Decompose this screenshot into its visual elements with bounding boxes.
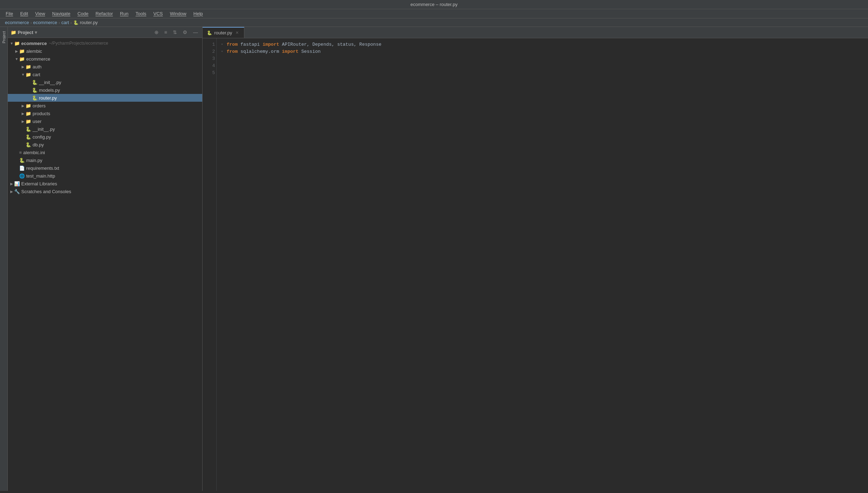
- title-text: ecommerce – router.py: [410, 2, 458, 7]
- collapse-all-btn[interactable]: ≡: [163, 29, 169, 36]
- menu-item-edit[interactable]: Edit: [17, 10, 31, 17]
- locate-file-btn[interactable]: ⊕: [153, 29, 160, 36]
- file-tree: ▼ 📁 ecommerce ~/PycharmProjects/ecommerc…: [8, 38, 202, 491]
- tab-router[interactable]: 🐍 router.py ✕: [203, 27, 244, 38]
- breadcrumb-sep: ›: [59, 21, 60, 25]
- breadcrumb-item-cart[interactable]: cart: [61, 20, 69, 25]
- project-panel: 📁 Project ▾ ⊕ ≡ ⇅ ⚙ — ▼ 📁 ecommerce ~/Py…: [8, 27, 203, 491]
- main-layout: Project 📁 Project ▾ ⊕ ≡ ⇅ ⚙ — ▼ 📁: [0, 27, 868, 491]
- breadcrumb-item-ecommerce[interactable]: ecommerce: [33, 20, 57, 25]
- breadcrumb-sep: ›: [30, 21, 32, 25]
- breadcrumb-item-ecommerce[interactable]: ecommerce: [5, 20, 29, 25]
- fold-1[interactable]: ▾: [221, 41, 227, 48]
- tab-close-btn[interactable]: ✕: [234, 30, 240, 35]
- editor-content[interactable]: 1 2 3 4 5 ▾ from fastapi import APIRoute…: [203, 38, 868, 491]
- tree-item-products[interactable]: ▶ 📁 products: [8, 110, 202, 117]
- breadcrumb-sep: ›: [70, 21, 72, 25]
- code-area[interactable]: ▾ from fastapi import APIRouter, Depends…: [217, 38, 868, 491]
- tab-bar: 🐍 router.py ✕: [203, 27, 868, 38]
- fold-2[interactable]: ▾: [221, 48, 227, 55]
- tree-item-main[interactable]: 🐍 main.py: [8, 156, 202, 164]
- menu-item-view[interactable]: View: [32, 10, 48, 17]
- tree-item-router[interactable]: 🐍 router.py: [8, 94, 202, 102]
- tree-item-requirements[interactable]: 📄 requirements.txt: [8, 164, 202, 172]
- tree-item-alembic[interactable]: ▶ 📁 alembic: [8, 47, 202, 55]
- tree-item-test-main[interactable]: 🌐 test_main.http: [8, 172, 202, 180]
- tree-item-ext-libs[interactable]: ▶ 📊 External Libraries: [8, 180, 202, 187]
- menu-item-help[interactable]: Help: [191, 10, 206, 17]
- menu-item-run[interactable]: Run: [117, 10, 131, 17]
- tab-icon: 🐍: [207, 30, 212, 35]
- project-panel-label[interactable]: Project: [1, 30, 7, 45]
- menu-item-vcs[interactable]: VCS: [151, 10, 166, 17]
- settings-btn[interactable]: ⚙: [181, 29, 189, 36]
- sidebar-strip: Project: [0, 27, 8, 491]
- tree-root[interactable]: ▼ 📁 ecommerce ~/PycharmProjects/ecommerc…: [8, 39, 202, 47]
- menu-item-window[interactable]: Window: [167, 10, 189, 17]
- menu-item-navigate[interactable]: Navigate: [49, 10, 73, 17]
- tree-item-scratches[interactable]: ▶ 🔧 Scratches and Consoles: [8, 187, 202, 195]
- tree-item-alembic-ini[interactable]: ≡ alembic.ini: [8, 149, 202, 156]
- tree-item-auth[interactable]: ▶ 📁 auth: [8, 63, 202, 71]
- menu-item-file[interactable]: File: [3, 10, 16, 17]
- editor-area: 🐍 router.py ✕ 1 2 3 4 5 ▾ from fastapi i…: [203, 27, 868, 491]
- folder-icon: 📁: [11, 30, 16, 35]
- menu-item-code[interactable]: Code: [75, 10, 91, 17]
- tree-item-models[interactable]: 🐍 models.py: [8, 86, 202, 94]
- sort-btn[interactable]: ⇅: [171, 29, 178, 36]
- tree-item-ecommerce[interactable]: ▼ 📁 ecommerce: [8, 55, 202, 63]
- tree-item-user[interactable]: ▶ 📁 user: [8, 117, 202, 125]
- breadcrumb-file: 🐍 router.py: [73, 20, 98, 25]
- code-line-2: ▾ from sqlalchemy.orm import Session: [221, 48, 864, 55]
- line-numbers: 1 2 3 4 5: [203, 38, 217, 491]
- menu-item-tools[interactable]: Tools: [133, 10, 149, 17]
- code-line-1: ▾ from fastapi import APIRouter, Depends…: [221, 41, 864, 48]
- tree-item-config[interactable]: 🐍 config.py: [8, 133, 202, 141]
- tree-item-cart[interactable]: ▼ 📁 cart: [8, 71, 202, 78]
- menu-bar: FileEditViewNavigateCodeRefactorRunTools…: [0, 9, 868, 18]
- panel-actions: ⊕ ≡ ⇅ ⚙ —: [153, 29, 199, 36]
- hide-panel-btn[interactable]: —: [192, 29, 199, 36]
- code-line-5: [221, 69, 864, 77]
- menu-item-refactor[interactable]: Refactor: [93, 10, 116, 17]
- code-line-4: [221, 62, 864, 69]
- code-line-3: [221, 55, 864, 62]
- tree-item-orders[interactable]: ▶ 📁 orders: [8, 102, 202, 110]
- tab-label: router.py: [214, 30, 232, 35]
- tree-item-db[interactable]: 🐍 db.py: [8, 141, 202, 149]
- panel-header: 📁 Project ▾ ⊕ ≡ ⇅ ⚙ —: [8, 27, 202, 38]
- panel-title: 📁 Project ▾: [11, 30, 151, 35]
- title-bar: ecommerce – router.py: [0, 0, 868, 9]
- tree-item-cart-init[interactable]: 🐍 __init__.py: [8, 78, 202, 86]
- tree-item-ecom-init[interactable]: 🐍 __init__.py: [8, 125, 202, 133]
- breadcrumb: ecommerce›ecommerce›cart›🐍 router.py: [0, 18, 868, 27]
